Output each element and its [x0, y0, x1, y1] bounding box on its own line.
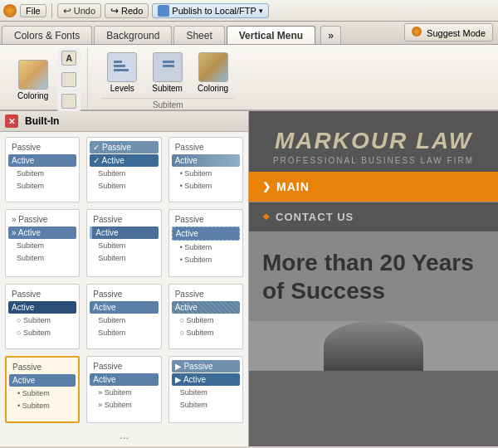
panel-header: ✕ Built-In: [0, 111, 248, 132]
publish-dropdown-icon: ▾: [259, 7, 263, 15]
undo-button[interactable]: ↩ Undo: [57, 3, 101, 18]
sc-subitem: Subitem: [8, 168, 76, 179]
style-card-10-selected[interactable]: Passive Active • Subitem • Subitem: [5, 356, 80, 423]
site-title: MARKOUR LAW: [262, 128, 485, 154]
coloring-icon: [18, 60, 48, 90]
tab-background[interactable]: Background: [94, 26, 172, 44]
style-card-12[interactable]: ▶ Passive ▶ Active Subitem Subitem: [168, 356, 243, 423]
style-card-5[interactable]: Passive Active Subitem Subitem: [86, 209, 161, 276]
sc-subitem: • Subitem: [172, 254, 240, 265]
preview-area: MARKOUR LAW PROFESSIONAL BUSINESS LAW FI…: [249, 111, 498, 446]
ribbon-coloring-button[interactable]: Coloring: [12, 57, 54, 103]
suggest-mode-button[interactable]: Suggest Mode: [404, 23, 493, 41]
ribbon-group-subitem: Levels Subitem Coloring Subitem: [95, 48, 241, 110]
sc-active: Active: [172, 301, 240, 314]
sc-active: ✓ Active: [90, 154, 158, 167]
ribbon-small-buttons: A: [57, 48, 81, 111]
ribbon-group-item: Coloring A Item: [5, 48, 88, 110]
svg-rect-4: [163, 65, 174, 67]
style-panel: ✕ Built-In Passive Active Subitem Subite…: [0, 111, 249, 446]
style-card-1[interactable]: Passive Active Subitem Subitem: [5, 137, 80, 202]
sc-subitem: Subitem: [90, 168, 158, 179]
redo-icon: ↪: [110, 5, 119, 17]
style-card-7[interactable]: Passive Active ○ Subitem ○ Subitem: [5, 284, 80, 349]
preview-content: More than 20 Years of Success: [249, 232, 498, 321]
style-card-8[interactable]: Passive Active Subitem Subitem: [86, 284, 161, 349]
tab-more[interactable]: »: [320, 26, 341, 44]
sc-active: Active: [172, 154, 240, 167]
text-a-icon: A: [61, 51, 76, 66]
style-icon: [61, 94, 76, 109]
ribbon-text-a-button[interactable]: A: [57, 48, 81, 68]
sc-passive: ✓ Passive: [90, 141, 158, 153]
sc-passive: » Passive: [8, 213, 76, 226]
sc-subitem: Subitem: [90, 240, 158, 251]
person-silhouette: [324, 321, 423, 371]
tab-sheet[interactable]: Sheet: [173, 26, 224, 44]
subitem-svg: [158, 57, 178, 77]
ribbon-border-button[interactable]: [57, 70, 81, 90]
tab-colors-fonts[interactable]: Colors & Fonts: [2, 26, 92, 44]
sc-subitem: Subitem: [8, 180, 76, 192]
sc-subitem: • Subitem: [172, 180, 240, 192]
publish-icon: [158, 5, 169, 17]
redo-button[interactable]: ↪ Redo: [105, 3, 149, 18]
border-icon: [61, 72, 76, 87]
sc-subitem: Subitem: [8, 252, 76, 264]
sc-subitem: • Subitem: [9, 400, 76, 411]
style-card-11[interactable]: Passive Active » Subitem » Subitem: [86, 356, 161, 423]
sc-passive: Passive: [90, 360, 158, 373]
levels-icon: [107, 52, 137, 82]
svg-rect-1: [114, 65, 125, 67]
sc-subitem: Subitem: [172, 399, 240, 411]
style-card-9[interactable]: Passive Active ○ Subitem ○ Subitem: [168, 284, 243, 349]
suggest-icon: [412, 27, 422, 37]
main-area: ✕ Built-In Passive Active Subitem Subite…: [0, 111, 498, 446]
sc-subitem: • Subitem: [172, 241, 240, 253]
preview-content-text: More than 20 Years of Success: [262, 249, 485, 304]
tab-vertical-menu[interactable]: Vertical Menu: [227, 26, 315, 44]
publish-button[interactable]: Publish to Local/FTP ▾: [152, 3, 269, 18]
sc-subitem: Subitem: [90, 327, 158, 338]
toolbar-top: File ↩ Undo ↪ Redo Publish to Local/FTP …: [0, 0, 498, 22]
coloring2-icon: [198, 52, 228, 82]
ribbon-subitem-button[interactable]: Subitem: [146, 50, 188, 95]
sc-passive: Passive: [9, 361, 76, 373]
sc-passive: Passive: [172, 288, 240, 300]
site-subtitle: PROFESSIONAL BUSINESS LAW FIRM: [262, 156, 485, 165]
sc-passive: ▶ Passive: [172, 360, 240, 373]
style-card-4[interactable]: » Passive » Active Subitem Subitem: [5, 209, 80, 276]
sc-subitem: Subitem: [90, 180, 158, 192]
nav-item-main[interactable]: MAIN: [249, 172, 498, 202]
sc-passive: Passive: [172, 213, 240, 226]
sc-active: Active: [172, 226, 240, 241]
sc-passive: Passive: [90, 213, 158, 226]
sc-subitem: » Subitem: [90, 399, 158, 411]
ribbon-levels-button[interactable]: Levels: [101, 50, 143, 95]
ribbon-subitem-label: Subitem: [101, 98, 234, 110]
sc-active: » Active: [8, 226, 76, 239]
sc-subitem: Subitem: [90, 252, 158, 264]
ribbon-style-button[interactable]: [57, 91, 81, 111]
sc-subitem: • Subitem: [172, 168, 240, 179]
sc-passive: Passive: [8, 288, 76, 300]
sc-subitem: ○ Subitem: [172, 314, 240, 326]
panel-title: Built-In: [25, 115, 59, 127]
close-button[interactable]: ✕: [5, 114, 18, 128]
scroll-indicator: ···: [0, 428, 248, 446]
ribbon-subitem-buttons: Levels Subitem Coloring: [101, 48, 234, 96]
preview-bottom: [249, 321, 498, 371]
nav-item-contact[interactable]: CONTACT US: [249, 202, 498, 232]
style-card-3[interactable]: Passive Active • Subitem • Subitem: [168, 137, 243, 202]
sc-active: Active: [9, 374, 76, 387]
sc-active: ▶ Active: [172, 373, 240, 386]
sc-active: Active: [8, 301, 76, 314]
sc-active: Active: [90, 226, 158, 239]
style-card-6[interactable]: Passive Active • Subitem • Subitem: [168, 209, 243, 276]
ribbon-coloring2-button[interactable]: Coloring: [192, 50, 234, 95]
svg-rect-0: [114, 61, 122, 63]
style-card-2[interactable]: ✓ Passive ✓ Active Subitem Subitem: [86, 137, 161, 202]
sc-active: Active: [8, 154, 76, 167]
file-button[interactable]: File: [20, 4, 46, 17]
undo-icon: ↩: [63, 5, 71, 17]
